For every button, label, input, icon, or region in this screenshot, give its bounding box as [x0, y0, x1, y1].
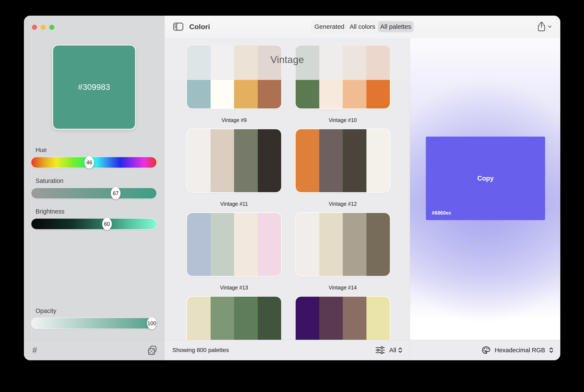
- traffic-lights: [32, 25, 54, 30]
- tab-all-colors[interactable]: All colors: [347, 21, 378, 32]
- color-preview-panel: Copy #6860ec: [410, 38, 560, 340]
- palette-stripe: [210, 213, 234, 276]
- palette-stripe: [319, 129, 343, 192]
- palette-stripe: [258, 129, 282, 192]
- palette-stripe: [187, 297, 210, 340]
- palette-label: Vintage #9: [187, 117, 281, 123]
- filter-sliders-icon: [375, 346, 385, 354]
- dice-icon: [147, 345, 158, 356]
- palette-card[interactable]: [187, 297, 281, 340]
- palette-stripe: [343, 297, 366, 340]
- opacity-label: Opacity: [36, 308, 56, 314]
- segmented-control: GeneratedAll colorsAll palettes: [312, 20, 414, 33]
- palette-card[interactable]: [296, 129, 390, 192]
- saturation-label: Saturation: [36, 178, 64, 184]
- brightness-slider-knob[interactable]: 60: [102, 218, 112, 230]
- brightness-slider[interactable]: 60: [31, 218, 157, 230]
- sidebar-bottom-bar: #: [24, 340, 165, 360]
- current-color-swatch[interactable]: #309983: [52, 44, 136, 130]
- share-icon: [537, 21, 546, 32]
- palette-browser[interactable]: Vintage #9 Vintage #10 Vintage #11 Vinta…: [165, 38, 410, 340]
- tab-generated[interactable]: Generated: [312, 21, 346, 32]
- palette-cell: [296, 297, 390, 340]
- chevron-down-icon: [548, 25, 552, 28]
- palette-stripe: [296, 129, 319, 192]
- palette-stripe: [187, 213, 210, 276]
- palette-card[interactable]: [187, 213, 281, 276]
- close-button[interactable]: [32, 25, 37, 30]
- page-title: Colori: [189, 22, 210, 31]
- palette-cell: Vintage #11: [187, 129, 281, 192]
- status-text: Showing 800 palettes: [172, 347, 375, 354]
- hue-slider[interactable]: 46: [31, 157, 157, 168]
- palette-stripe: [343, 129, 366, 192]
- chevron-up-down-icon: [549, 347, 554, 353]
- copy-label: Copy: [477, 175, 494, 182]
- palette-card[interactable]: [296, 297, 390, 340]
- app-window: #309983 Hue 46 Saturation 67 Brightness …: [24, 16, 560, 360]
- palette-card[interactable]: [296, 213, 390, 276]
- preview-hex-label: #6860ec: [432, 210, 452, 216]
- palette-stripe: [258, 213, 282, 276]
- palette-stripe: [234, 213, 258, 276]
- sidebar: #309983 Hue 46 Saturation 67 Brightness …: [24, 16, 165, 360]
- palette-label: Vintage #13: [187, 284, 281, 291]
- section-header-overlay: Vintage: [165, 38, 410, 80]
- section-title: Vintage: [270, 54, 304, 80]
- minimize-button[interactable]: [40, 25, 46, 30]
- palette-stripe: [319, 297, 343, 340]
- toolbar: Colori GeneratedAll colorsAll palettes: [165, 16, 560, 38]
- palette-stripe: [234, 297, 258, 340]
- palette-stripe: [210, 129, 234, 192]
- format-status-bar: Hexadecimal RGB: [410, 340, 560, 360]
- palette-stripe: [366, 129, 390, 192]
- saturation-slider-knob[interactable]: 67: [111, 187, 120, 200]
- palette-grid: Vintage #9 Vintage #10 Vintage #11 Vinta…: [187, 46, 390, 340]
- brightness-label: Brightness: [36, 208, 64, 215]
- palette-card[interactable]: [187, 129, 281, 192]
- palette-cell: [187, 297, 281, 340]
- share-button[interactable]: [537, 21, 552, 32]
- opacity-slider[interactable]: 100: [31, 318, 157, 329]
- palette-label: Vintage #12: [296, 201, 390, 207]
- random-color-button[interactable]: [147, 345, 158, 356]
- palette-label: Vintage #10: [296, 117, 390, 123]
- opacity-slider-knob[interactable]: 100: [147, 317, 157, 330]
- palette-cell: Vintage #14: [296, 213, 390, 276]
- hex-input[interactable]: #: [32, 346, 147, 355]
- hue-slider-knob[interactable]: 46: [84, 156, 94, 168]
- palette-stripe: [210, 297, 234, 340]
- palette-stripe: [343, 213, 366, 276]
- filter-button[interactable]: [375, 346, 385, 354]
- palette-stripe: [366, 213, 390, 276]
- palette-stripe: [296, 213, 319, 276]
- palette-cell: Vintage #12: [296, 129, 390, 192]
- zoom-button[interactable]: [49, 25, 54, 30]
- palette-stripe: [258, 297, 282, 340]
- palette-filter-dropdown[interactable]: All: [389, 346, 402, 354]
- chevron-up-down-icon: [398, 347, 402, 353]
- current-color-hex: #309983: [78, 83, 110, 92]
- copy-color-button[interactable]: Copy #6860ec: [426, 136, 545, 220]
- sidebar-toggle-button[interactable]: [173, 22, 184, 31]
- palette-stripe: [187, 129, 210, 192]
- palette-cell: Vintage #13: [187, 213, 281, 276]
- palette-label: Vintage #11: [187, 201, 281, 207]
- format-dropdown-label: Hexadecimal RGB: [494, 347, 545, 354]
- palette-icon: [482, 346, 491, 354]
- palette-stripe: [366, 297, 390, 340]
- color-format-dropdown[interactable]: Hexadecimal RGB: [482, 346, 554, 354]
- hue-label: Hue: [36, 146, 47, 154]
- palette-status-bar: Showing 800 palettes All: [165, 340, 410, 360]
- palette-stripe: [296, 297, 319, 340]
- saturation-slider[interactable]: 67: [31, 188, 157, 199]
- palette-stripe: [319, 213, 343, 276]
- tab-all-palettes[interactable]: All palettes: [378, 21, 413, 32]
- sidebar-toggle-icon: [173, 22, 184, 31]
- palette-stripe: [234, 129, 258, 192]
- palette-label: Vintage #14: [296, 284, 390, 291]
- filter-dropdown-label: All: [389, 346, 396, 354]
